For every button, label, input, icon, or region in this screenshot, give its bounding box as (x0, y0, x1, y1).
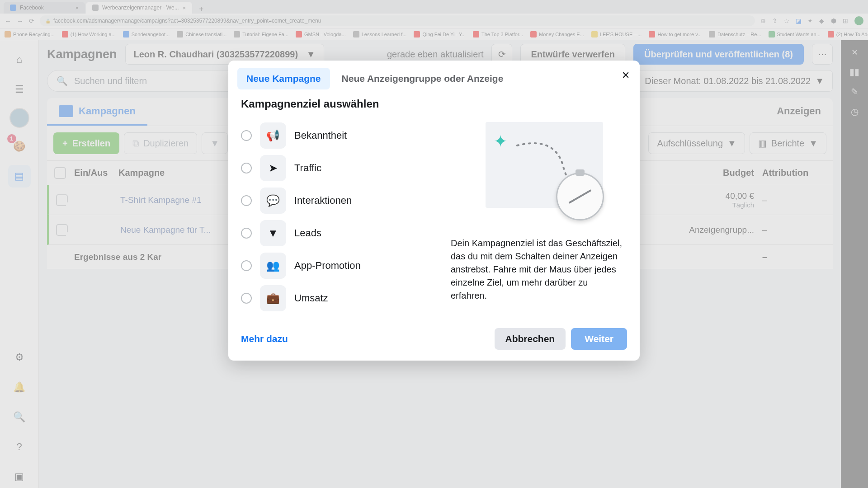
briefcase-icon: 💼 (260, 285, 286, 311)
objective-description: Dein Kampagnenziel ist das Geschäftsziel… (448, 237, 627, 302)
radio[interactable] (241, 195, 252, 206)
people-icon: 👥 (260, 253, 286, 279)
cancel-button[interactable]: Abbrechen (495, 328, 566, 350)
compass-illustration: ✦ (467, 116, 608, 224)
chat-icon: 💬 (260, 188, 286, 214)
close-icon[interactable]: ✕ (622, 70, 630, 81)
tab-new-campaign[interactable]: Neue Kampagne (237, 68, 330, 89)
radio[interactable] (241, 228, 252, 239)
campaign-objective-modal: Neue Kampagne Neue Anzeigengruppe oder A… (228, 61, 640, 361)
megaphone-icon: 📢 (260, 122, 286, 149)
objective-engagement[interactable]: 💬 Interaktionen (241, 184, 431, 217)
modal-illustration: ✦ Dein Kampagnenziel ist das Geschäftszi… (448, 98, 627, 314)
objective-traffic[interactable]: ➤ Traffic (241, 152, 431, 184)
tab-new-adgroup[interactable]: Neue Anzeigengruppe oder Anzeige (333, 68, 513, 89)
objective-app-promotion[interactable]: 👥 App-Promotion (241, 249, 431, 282)
objective-sales[interactable]: 💼 Umsatz (241, 282, 431, 314)
radio[interactable] (241, 260, 252, 271)
compass-icon (556, 173, 604, 221)
objectives-list: Kampagnenziel auswählen 📢 Bekanntheit ➤ … (241, 98, 431, 314)
objective-awareness[interactable]: 📢 Bekanntheit (241, 119, 431, 152)
modal-footer: Mehr dazu Abbrechen Weiter (228, 320, 640, 361)
learn-more-link[interactable]: Mehr dazu (241, 333, 288, 344)
modal-overlay: Neue Kampagne Neue Anzeigengruppe oder A… (0, 0, 868, 488)
modal-body: Kampagnenziel auswählen 📢 Bekanntheit ➤ … (228, 89, 640, 320)
star-icon: ✦ (494, 132, 507, 151)
objective-leads[interactable]: ▼ Leads (241, 217, 431, 249)
radio[interactable] (241, 163, 252, 174)
radio[interactable] (241, 130, 252, 141)
cursor-icon: ➤ (260, 155, 286, 181)
modal-heading: Kampagnenziel auswählen (241, 98, 431, 110)
radio[interactable] (241, 293, 252, 304)
modal-tabs: Neue Kampagne Neue Anzeigengruppe oder A… (228, 61, 640, 89)
next-button[interactable]: Weiter (571, 328, 627, 350)
funnel-icon: ▼ (260, 220, 286, 246)
